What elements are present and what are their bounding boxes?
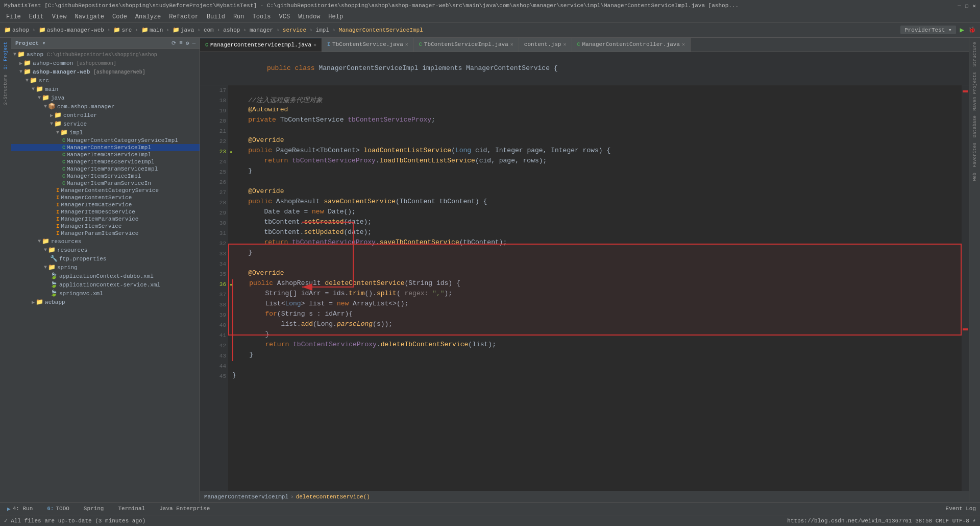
event-log-tab[interactable]: Event Log: [946, 506, 976, 512]
ln-38: 38: [200, 300, 228, 310]
maximize-button[interactable]: ❐: [965, 3, 969, 9]
tab-close-mcc[interactable]: ✕: [682, 41, 685, 47]
tree-item-ashop[interactable]: ▼ 📁 ashop C:\githubRepositories\shopping…: [11, 50, 200, 59]
bc-class[interactable]: ManagerContentServiceImpl: [339, 27, 423, 33]
tree-item-mis-iface[interactable]: I ManagerItemService: [11, 223, 200, 230]
tree-item-service-xml[interactable]: 🍃 applicationContext-service.xml: [11, 280, 200, 289]
tab-tb-content-service-impl[interactable]: C TbContentServiceImpl.java ✕: [414, 38, 519, 52]
menu-item-analyze[interactable]: Analyze: [131, 13, 165, 20]
bc-java[interactable]: 📁 java: [173, 27, 194, 33]
spring-tab[interactable]: Spring: [81, 505, 107, 513]
tab-close-tcsi[interactable]: ✕: [510, 41, 513, 47]
tree-item-resources[interactable]: ▼ 📁 resources: [11, 237, 200, 246]
tree-label-java: java: [51, 95, 64, 101]
terminal-tab[interactable]: Terminal: [115, 505, 148, 513]
database-tab[interactable]: Database: [971, 113, 978, 139]
menu-item-file[interactable]: File: [2, 13, 25, 20]
todo-tab[interactable]: 6: TODO: [44, 505, 72, 513]
menu-item-build[interactable]: Build: [203, 13, 229, 20]
tree-item-resources2[interactable]: ▼ 📁 resources: [11, 246, 200, 254]
tree-item-mcs-impl[interactable]: C ManagerContentServiceImpl: [11, 144, 200, 151]
web-tab[interactable]: Web: [971, 171, 978, 183]
scrollbar-area[interactable]: [962, 85, 969, 491]
code-scrollable[interactable]: 17 18 19 20 21 22 23 ● 24 25 26 27 28 29: [200, 85, 969, 491]
tree-label-spring: spring: [57, 265, 78, 271]
tab-manager-content-service-impl[interactable]: C ManagerContentServiceImpl.java ✕: [200, 38, 322, 52]
menu-item-edit[interactable]: Edit: [25, 13, 48, 20]
tree-item-mid-iface[interactable]: I ManagerItemDescService: [11, 208, 200, 216]
tab-close-cjsp[interactable]: ✕: [563, 41, 566, 47]
menu-item-navigate[interactable]: Navigate: [70, 13, 108, 20]
tree-item-mccs-impl[interactable]: C ManagerContentCategoryServiceImpl: [11, 137, 200, 144]
tree-item-src[interactable]: ▼ 📁 src: [11, 76, 200, 85]
tree-item-mccs-iface[interactable]: I ManagerContentCategoryService: [11, 187, 200, 194]
provider-test[interactable]: ProviderTest ▾: [900, 26, 955, 34]
collapse-icon[interactable]: ≡: [179, 40, 183, 46]
tree-item-controller[interactable]: ▶ 📁 controller: [11, 111, 200, 119]
debug-icon[interactable]: 🐞: [968, 26, 976, 34]
menu-item-run[interactable]: Run: [229, 13, 249, 20]
bc-main[interactable]: 📁 main: [141, 27, 163, 33]
tree-item-spring[interactable]: ▼ 📁 spring: [11, 263, 200, 272]
ln-33: 33: [200, 249, 228, 259]
tab-manager-content-controller[interactable]: C ManagerContentController.java ✕: [572, 38, 691, 52]
code-editor[interactable]: public class ManagerContentServiceImpl i…: [200, 52, 969, 502]
run-icon[interactable]: ▶: [960, 26, 964, 34]
tree-item-webapp[interactable]: ▶ 📁 webapp: [11, 298, 200, 306]
tree-item-mcs-iface[interactable]: I ManagerContentService: [11, 194, 200, 201]
code-line-38: List<Long> list = new ArrayList<>();: [232, 300, 962, 310]
close-button[interactable]: ✕: [972, 3, 976, 9]
tree-item-ftp[interactable]: 🔧 ftp.properties: [11, 254, 200, 263]
bc-ashop2[interactable]: ashop: [223, 27, 240, 33]
structure-tab[interactable]: 2-Structure: [2, 73, 9, 107]
tree-item-mpis-impl[interactable]: C ManagerItemParamServiceIn: [11, 180, 200, 187]
tree-item-mid-impl[interactable]: C ManagerItemDescServiceImpl: [11, 158, 200, 165]
tree-item-mica-impl[interactable]: C ManagerItemCatServiceImpl: [11, 151, 200, 158]
tab-content-jsp[interactable]: content.jsp ✕: [519, 38, 572, 52]
bc-impl[interactable]: impl: [316, 27, 329, 33]
maven-tab[interactable]: Maven Projects: [971, 70, 978, 113]
tree-item-dubbo-xml[interactable]: 🍃 applicationContext-dubbo.xml: [11, 272, 200, 280]
project-tab[interactable]: 1: Project: [2, 40, 9, 71]
menu-item-vcs[interactable]: VCS: [275, 13, 295, 20]
tree-item-mpis-iface[interactable]: I ManagerParamItemService: [11, 230, 200, 237]
menu-item-code[interactable]: Code: [108, 13, 131, 20]
tab-close-tcs[interactable]: ✕: [405, 41, 408, 47]
ln-22: 22: [200, 136, 228, 147]
tab-close-mcs-impl[interactable]: ✕: [313, 42, 316, 48]
hide-icon[interactable]: —: [192, 40, 195, 46]
minimize-button[interactable]: —: [958, 3, 961, 9]
structure-right-tab[interactable]: Structure: [971, 40, 978, 69]
bc-ashop-manager-web[interactable]: 📁 ashop-manager-web: [39, 27, 104, 33]
tab-tb-content-service[interactable]: I TbContentService.java ✕: [322, 38, 414, 52]
tree-item-mip-impl[interactable]: C ManagerItemParamServiceImpl: [11, 165, 200, 173]
tree-item-springmvc-xml[interactable]: 🍃 springmvc.xml: [11, 289, 200, 298]
bc-manager[interactable]: manager: [250, 27, 273, 33]
java-enterprise-tab[interactable]: Java Enterprise: [156, 505, 213, 513]
tree-item-impl[interactable]: ▼ 📁 impl: [11, 128, 200, 137]
gear-icon[interactable]: ⚙: [186, 40, 189, 46]
tree-item-java[interactable]: ▼ 📁 java: [11, 93, 200, 102]
favorites-tab[interactable]: Favorites: [971, 140, 978, 170]
tree-item-ashop-manager-web[interactable]: ▼ 📁 ashop-manager-web [ashopmanagerweb]: [11, 67, 200, 76]
tree-item-mips-iface[interactable]: I ManagerItemParamService: [11, 216, 200, 223]
menu-item-tools[interactable]: Tools: [249, 13, 275, 20]
code-text-area[interactable]: //注入远程服务代理对象 @Autowired private TbConten…: [228, 85, 962, 491]
menu-item-refactor[interactable]: Refactor: [165, 13, 203, 20]
bc-com[interactable]: com: [204, 27, 214, 33]
run-tab[interactable]: ▶ 4: Run: [4, 505, 36, 513]
tree-item-mica-iface[interactable]: I ManagerItemCatService: [11, 201, 200, 208]
sync-icon[interactable]: ⟳: [172, 40, 176, 46]
menu-item-view[interactable]: View: [48, 13, 71, 20]
bc-service[interactable]: service: [283, 27, 306, 33]
tree-item-ashop-common[interactable]: ▶ 📁 ashop-common [ashopcommon]: [11, 59, 200, 67]
menu-item-window[interactable]: Window: [294, 13, 324, 20]
tree-item-com-ashop-manager[interactable]: ▼ 📦 com.ashop.manager: [11, 102, 200, 111]
tree-item-main[interactable]: ▼ 📁 main: [11, 85, 200, 93]
tree-item-mis-impl[interactable]: C ManagerItemServiceImpl: [11, 173, 200, 180]
bc-src[interactable]: 📁 src: [113, 27, 132, 33]
menu-item-help[interactable]: Help: [324, 13, 347, 20]
bc-ashop[interactable]: 📁 ashop: [4, 27, 29, 33]
tree-item-service[interactable]: ▼ 📁 service: [11, 119, 200, 128]
ebread-class: ManagerContentServiceImpl: [204, 494, 288, 500]
